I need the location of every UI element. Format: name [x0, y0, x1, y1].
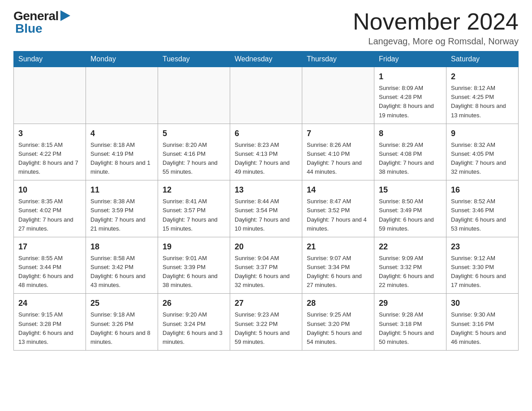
location-subtitle: Langevag, More og Romsdal, Norway [353, 36, 519, 47]
day-number: 9 [451, 128, 514, 140]
day-cell [86, 67, 158, 124]
day-header-thursday: Thursday [302, 51, 374, 67]
day-number: 2 [451, 71, 514, 83]
day-cell: 15Sunrise: 8:50 AM Sunset: 3:49 PM Dayli… [374, 180, 446, 237]
day-number: 7 [307, 128, 369, 140]
day-number: 29 [379, 297, 442, 309]
day-cell [302, 67, 374, 124]
day-cell: 10Sunrise: 8:35 AM Sunset: 4:02 PM Dayli… [14, 180, 86, 237]
day-number: 4 [90, 128, 153, 140]
day-info: Sunrise: 9:23 AM Sunset: 3:22 PM Dayligh… [235, 310, 297, 347]
day-cell: 14Sunrise: 8:47 AM Sunset: 3:52 PM Dayli… [302, 180, 374, 237]
week-row-5: 24Sunrise: 9:15 AM Sunset: 3:28 PM Dayli… [14, 294, 519, 351]
title-block: November 2024 Langevag, More og Romsdal,… [353, 9, 519, 47]
week-row-1: 1Sunrise: 8:09 AM Sunset: 4:28 PM Daylig… [14, 67, 519, 124]
day-number: 10 [18, 184, 81, 196]
day-number: 21 [307, 241, 369, 253]
day-cell: 9Sunrise: 8:32 AM Sunset: 4:05 PM Daylig… [446, 124, 519, 180]
day-info: Sunrise: 9:12 AM Sunset: 3:30 PM Dayligh… [451, 254, 514, 290]
day-number: 30 [451, 297, 514, 309]
day-number: 5 [163, 128, 225, 140]
page-header: General Blue November 2024 Langevag, Mor… [13, 9, 519, 47]
day-cell: 27Sunrise: 9:23 AM Sunset: 3:22 PM Dayli… [230, 294, 302, 351]
day-number: 3 [18, 128, 81, 140]
day-number: 17 [18, 241, 81, 253]
day-number: 12 [163, 184, 225, 196]
day-cell: 12Sunrise: 8:41 AM Sunset: 3:57 PM Dayli… [158, 180, 230, 237]
day-info: Sunrise: 8:47 AM Sunset: 3:52 PM Dayligh… [307, 197, 369, 233]
day-cell: 30Sunrise: 9:30 AM Sunset: 3:16 PM Dayli… [446, 294, 519, 351]
day-number: 22 [379, 241, 442, 253]
day-header-friday: Friday [374, 51, 446, 67]
day-cell: 6Sunrise: 8:23 AM Sunset: 4:13 PM Daylig… [230, 124, 302, 180]
week-row-2: 3Sunrise: 8:15 AM Sunset: 4:22 PM Daylig… [14, 124, 519, 180]
day-cell [158, 67, 230, 124]
day-info: Sunrise: 8:38 AM Sunset: 3:59 PM Dayligh… [90, 197, 153, 233]
day-info: Sunrise: 8:09 AM Sunset: 4:28 PM Dayligh… [379, 84, 442, 120]
day-header-sunday: Sunday [14, 51, 86, 67]
day-number: 25 [90, 297, 153, 309]
day-number: 13 [235, 184, 297, 196]
day-cell: 24Sunrise: 9:15 AM Sunset: 3:28 PM Dayli… [14, 294, 86, 351]
day-info: Sunrise: 9:28 AM Sunset: 3:18 PM Dayligh… [379, 310, 442, 347]
day-info: Sunrise: 9:09 AM Sunset: 3:32 PM Dayligh… [379, 254, 442, 290]
day-cell [230, 67, 302, 124]
day-info: Sunrise: 8:50 AM Sunset: 3:49 PM Dayligh… [379, 197, 442, 233]
day-number: 8 [379, 128, 442, 140]
day-cell: 23Sunrise: 9:12 AM Sunset: 3:30 PM Dayli… [446, 237, 519, 294]
calendar-table: SundayMondayTuesdayWednesdayThursdayFrid… [13, 51, 519, 351]
day-info: Sunrise: 9:25 AM Sunset: 3:20 PM Dayligh… [307, 310, 369, 347]
day-info: Sunrise: 9:18 AM Sunset: 3:26 PM Dayligh… [90, 310, 153, 347]
day-number: 1 [379, 71, 442, 83]
day-info: Sunrise: 8:29 AM Sunset: 4:08 PM Dayligh… [379, 141, 442, 177]
logo: General Blue [13, 9, 71, 36]
day-number: 6 [235, 128, 297, 140]
day-cell: 20Sunrise: 9:04 AM Sunset: 3:37 PM Dayli… [230, 237, 302, 294]
week-row-4: 17Sunrise: 8:55 AM Sunset: 3:44 PM Dayli… [14, 237, 519, 294]
month-title: November 2024 [353, 9, 519, 34]
day-info: Sunrise: 9:01 AM Sunset: 3:39 PM Dayligh… [163, 254, 225, 290]
day-info: Sunrise: 9:07 AM Sunset: 3:34 PM Dayligh… [307, 254, 369, 290]
day-cell: 26Sunrise: 9:20 AM Sunset: 3:24 PM Dayli… [158, 294, 230, 351]
day-info: Sunrise: 9:04 AM Sunset: 3:37 PM Dayligh… [235, 254, 297, 290]
day-number: 19 [163, 241, 225, 253]
day-info: Sunrise: 8:23 AM Sunset: 4:13 PM Dayligh… [235, 141, 297, 177]
logo-blue-text: Blue [13, 21, 43, 36]
day-header-monday: Monday [86, 51, 158, 67]
day-cell: 22Sunrise: 9:09 AM Sunset: 3:32 PM Dayli… [374, 237, 446, 294]
day-number: 14 [307, 184, 369, 196]
day-header-saturday: Saturday [446, 51, 519, 67]
day-info: Sunrise: 8:52 AM Sunset: 3:46 PM Dayligh… [451, 197, 514, 233]
day-cell: 8Sunrise: 8:29 AM Sunset: 4:08 PM Daylig… [374, 124, 446, 180]
day-info: Sunrise: 8:55 AM Sunset: 3:44 PM Dayligh… [18, 254, 81, 290]
day-cell [14, 67, 86, 124]
calendar-body: 1Sunrise: 8:09 AM Sunset: 4:28 PM Daylig… [14, 67, 519, 351]
day-number: 24 [18, 297, 81, 309]
day-cell: 5Sunrise: 8:20 AM Sunset: 4:16 PM Daylig… [158, 124, 230, 180]
day-info: Sunrise: 9:30 AM Sunset: 3:16 PM Dayligh… [451, 310, 514, 347]
day-number: 11 [90, 184, 153, 196]
day-info: Sunrise: 8:58 AM Sunset: 3:42 PM Dayligh… [90, 254, 153, 290]
day-cell: 18Sunrise: 8:58 AM Sunset: 3:42 PM Dayli… [86, 237, 158, 294]
day-number: 18 [90, 241, 153, 253]
logo-triangle-icon [60, 10, 70, 21]
day-info: Sunrise: 9:20 AM Sunset: 3:24 PM Dayligh… [163, 310, 225, 347]
day-info: Sunrise: 8:44 AM Sunset: 3:54 PM Dayligh… [235, 197, 297, 233]
day-cell: 19Sunrise: 9:01 AM Sunset: 3:39 PM Dayli… [158, 237, 230, 294]
day-info: Sunrise: 8:26 AM Sunset: 4:10 PM Dayligh… [307, 141, 369, 177]
day-info: Sunrise: 8:12 AM Sunset: 4:25 PM Dayligh… [451, 84, 514, 120]
day-info: Sunrise: 8:32 AM Sunset: 4:05 PM Dayligh… [451, 141, 514, 177]
day-cell: 16Sunrise: 8:52 AM Sunset: 3:46 PM Dayli… [446, 180, 519, 237]
day-number: 27 [235, 297, 297, 309]
day-number: 28 [307, 297, 369, 309]
week-row-3: 10Sunrise: 8:35 AM Sunset: 4:02 PM Dayli… [14, 180, 519, 237]
day-cell: 17Sunrise: 8:55 AM Sunset: 3:44 PM Dayli… [14, 237, 86, 294]
day-info: Sunrise: 8:18 AM Sunset: 4:19 PM Dayligh… [90, 141, 153, 177]
day-cell: 29Sunrise: 9:28 AM Sunset: 3:18 PM Dayli… [374, 294, 446, 351]
calendar-header: SundayMondayTuesdayWednesdayThursdayFrid… [14, 51, 519, 67]
day-info: Sunrise: 8:15 AM Sunset: 4:22 PM Dayligh… [18, 141, 81, 177]
day-cell: 3Sunrise: 8:15 AM Sunset: 4:22 PM Daylig… [14, 124, 86, 180]
day-number: 16 [451, 184, 514, 196]
day-number: 23 [451, 241, 514, 253]
day-cell: 13Sunrise: 8:44 AM Sunset: 3:54 PM Dayli… [230, 180, 302, 237]
